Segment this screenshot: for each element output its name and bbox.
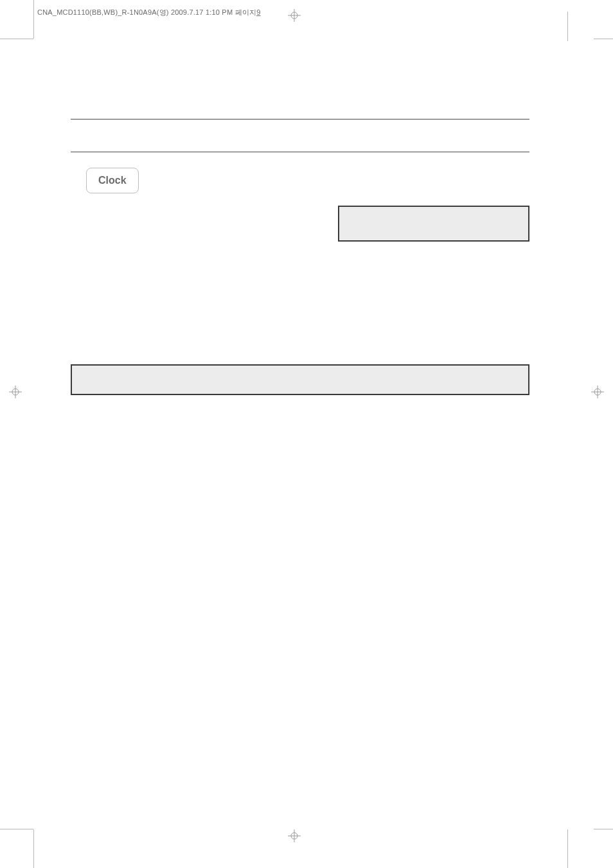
file-path-text: CNA_MCD1110(BB,WB)_R-1N0A9A(영) 2009.7.17… (37, 8, 256, 16)
registration-mark-icon (288, 9, 301, 22)
note-box-small (338, 206, 529, 242)
crop-mark (567, 12, 568, 41)
header-file-path: CNA_MCD1110(BB,WB)_R-1N0A9A(영) 2009.7.17… (37, 8, 260, 17)
horizontal-rule (71, 152, 529, 152)
clock-label: Clock (98, 175, 127, 186)
page-number: 9 (256, 8, 260, 16)
page-content: Clock (71, 119, 529, 193)
registration-mark-icon (288, 829, 301, 842)
crop-mark (33, 829, 34, 868)
clock-button[interactable]: Clock (86, 168, 139, 193)
crop-mark (33, 0, 34, 39)
crop-mark (0, 829, 33, 829)
crop-mark (594, 39, 613, 39)
horizontal-rule (71, 119, 529, 120)
note-box-wide (71, 364, 529, 395)
crop-mark (567, 829, 568, 868)
crop-mark (594, 829, 613, 829)
crop-mark (0, 39, 33, 39)
registration-mark-icon (9, 385, 22, 398)
registration-mark-icon (591, 385, 604, 398)
